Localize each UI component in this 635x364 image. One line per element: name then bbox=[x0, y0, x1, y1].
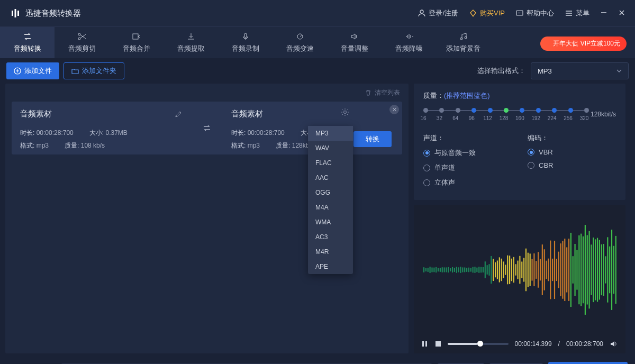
login-button[interactable]: 登录/注册 bbox=[418, 8, 458, 18]
dropdown-item[interactable]: WAV bbox=[308, 141, 353, 156]
pause-icon[interactable] bbox=[421, 341, 429, 347]
dropdown-item[interactable]: OGG bbox=[308, 185, 353, 200]
radio-channel-original[interactable]: 与原音频一致 bbox=[423, 148, 512, 158]
chat-icon bbox=[515, 9, 524, 17]
buy-vip-button[interactable]: 购买VIP bbox=[469, 8, 505, 18]
svg-rect-29 bbox=[448, 267, 449, 272]
svg-rect-98 bbox=[589, 231, 590, 309]
radio-enc-vbr[interactable]: VBR bbox=[528, 148, 616, 156]
dropdown-item[interactable]: FLAC bbox=[308, 156, 353, 170]
clear-list-button[interactable]: 清空列表 bbox=[375, 88, 400, 97]
gear-icon[interactable] bbox=[341, 108, 349, 116]
dropdown-item[interactable]: M4R bbox=[308, 244, 353, 259]
tab-denoise[interactable]: 音频降噪 bbox=[382, 27, 436, 58]
add-file-button[interactable]: 添加文件 bbox=[6, 62, 59, 79]
svg-rect-69 bbox=[530, 253, 531, 286]
stop-icon[interactable] bbox=[435, 341, 441, 347]
denoise-icon bbox=[404, 32, 414, 41]
convert-icon bbox=[22, 32, 33, 41]
svg-rect-42 bbox=[474, 267, 475, 273]
dropdown-item[interactable]: MP3 bbox=[308, 126, 353, 141]
svg-rect-57 bbox=[505, 265, 506, 275]
tab-speed[interactable]: 音频变速 bbox=[273, 27, 327, 58]
svg-rect-112 bbox=[422, 341, 424, 347]
svg-rect-80 bbox=[552, 259, 553, 281]
svg-rect-99 bbox=[591, 244, 592, 295]
scissors-icon bbox=[77, 32, 87, 41]
dropdown-item[interactable]: APE bbox=[308, 259, 353, 274]
edit-icon[interactable] bbox=[174, 110, 183, 119]
toolbar: 添加文件 添加文件夹 选择输出格式： MP3 bbox=[0, 58, 635, 84]
svg-rect-72 bbox=[536, 261, 537, 279]
format-dropdown: MP3 WAV FLAC AAC OGG M4A WMA AC3 M4R APE bbox=[308, 126, 353, 274]
svg-rect-71 bbox=[533, 253, 534, 286]
dropdown-item[interactable]: AAC bbox=[308, 170, 353, 185]
svg-rect-41 bbox=[473, 267, 474, 273]
help-button[interactable]: 帮助中心 bbox=[515, 8, 554, 18]
trash-icon bbox=[365, 89, 371, 96]
svg-rect-54 bbox=[499, 257, 500, 282]
menu-button[interactable]: 菜单 bbox=[565, 8, 589, 18]
bitrate-slider[interactable]: 16 32 64 96 112 128 160 192 224 256 320 bbox=[423, 107, 584, 122]
list-header: 清空列表 bbox=[5, 84, 409, 102]
svg-rect-60 bbox=[511, 259, 512, 281]
dropdown-item[interactable]: AC3 bbox=[308, 230, 353, 244]
tab-convert[interactable]: 音频转换 bbox=[0, 27, 55, 58]
svg-rect-18 bbox=[425, 268, 427, 271]
tab-merge[interactable]: 音频合并 bbox=[109, 27, 164, 58]
encoding-label: 编码： bbox=[528, 133, 616, 143]
radio-channel-mono[interactable]: 单声道 bbox=[423, 163, 512, 172]
tab-extract[interactable]: 音频提取 bbox=[164, 27, 218, 58]
svg-rect-74 bbox=[540, 259, 541, 281]
waveform bbox=[420, 222, 619, 317]
app-logo: 迅捷音频转换器 bbox=[10, 7, 81, 19]
close-button[interactable] bbox=[618, 9, 625, 18]
speaker-icon[interactable] bbox=[610, 340, 618, 348]
speed-icon bbox=[295, 32, 305, 41]
minimize-button[interactable] bbox=[600, 9, 607, 18]
svg-point-8 bbox=[78, 33, 80, 35]
svg-rect-82 bbox=[556, 259, 557, 281]
file-title-left: 音频素材 bbox=[20, 109, 52, 119]
svg-rect-91 bbox=[574, 244, 575, 296]
svg-rect-28 bbox=[446, 267, 447, 272]
svg-rect-79 bbox=[550, 241, 551, 299]
tab-bgm[interactable]: 添加背景音 bbox=[436, 27, 491, 58]
svg-rect-76 bbox=[544, 249, 545, 290]
radio-enc-cbr[interactable]: CBR bbox=[528, 161, 616, 169]
svg-rect-88 bbox=[568, 239, 569, 301]
svg-rect-37 bbox=[464, 268, 465, 272]
promo-badge[interactable]: 开年大促 VIP立减100元 bbox=[540, 37, 627, 51]
add-folder-button[interactable]: 添加文件夹 bbox=[64, 62, 124, 79]
svg-rect-19 bbox=[428, 268, 429, 272]
swap-icon bbox=[191, 102, 223, 154]
svg-rect-84 bbox=[560, 243, 561, 296]
convert-button[interactable]: 转换 bbox=[353, 131, 392, 147]
svg-rect-109 bbox=[611, 230, 612, 310]
svg-rect-70 bbox=[531, 259, 532, 280]
svg-rect-36 bbox=[462, 267, 463, 272]
tab-volume[interactable]: 音量调整 bbox=[327, 27, 382, 58]
remove-file-button[interactable]: ✕ bbox=[389, 105, 399, 114]
dropdown-item[interactable]: M4A bbox=[308, 200, 353, 215]
svg-rect-101 bbox=[595, 239, 596, 300]
svg-rect-61 bbox=[513, 257, 514, 283]
app-name: 迅捷音频转换器 bbox=[25, 8, 81, 19]
right-panel: 质量：(推荐范围蓝色) 16 32 64 bbox=[414, 84, 625, 353]
svg-point-5 bbox=[518, 13, 519, 14]
tab-cut[interactable]: 音频剪切 bbox=[55, 27, 109, 58]
svg-rect-108 bbox=[609, 247, 610, 294]
mic-icon bbox=[241, 32, 250, 41]
nav-tabs: 音频转换 音频剪切 音频合并 音频提取 音频录制 音频变速 音量调整 音频降噪 … bbox=[0, 26, 635, 58]
convert-all-button[interactable]: 全部转换 bbox=[548, 362, 628, 364]
dropdown-item[interactable]: WMA bbox=[308, 215, 353, 230]
file-title-right: 音频素材 bbox=[231, 109, 263, 119]
output-format-select[interactable]: MP3 bbox=[531, 62, 629, 79]
svg-rect-97 bbox=[587, 235, 588, 304]
svg-rect-45 bbox=[480, 267, 482, 273]
tab-record[interactable]: 音频录制 bbox=[218, 27, 273, 58]
svg-rect-20 bbox=[430, 267, 431, 273]
seek-bar[interactable] bbox=[448, 343, 509, 345]
radio-channel-stereo[interactable]: 立体声 bbox=[423, 178, 512, 187]
svg-rect-33 bbox=[456, 267, 457, 272]
